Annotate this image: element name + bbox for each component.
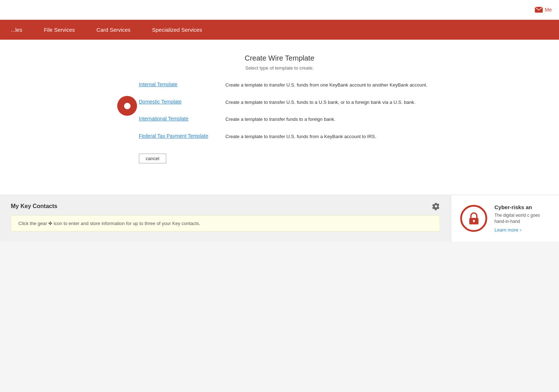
- nav-item-card-services[interactable]: Card Services: [86, 20, 141, 40]
- gear-icon[interactable]: [432, 202, 440, 210]
- international-template-link[interactable]: International Template: [139, 116, 218, 122]
- internal-template-link[interactable]: Internal Template: [139, 82, 218, 87]
- nav-item-file-services[interactable]: File Services: [33, 20, 86, 40]
- mail-label: Me: [545, 7, 552, 13]
- nav-item-specialized-services[interactable]: Specialized Services: [141, 20, 213, 40]
- template-row-internal: Internal Template Create a template to t…: [139, 82, 442, 89]
- nav-item-les[interactable]: ...les: [0, 20, 33, 40]
- cyber-title: Cyber-risks an: [494, 204, 550, 210]
- template-row-domestic: Domestic Template Create a template to t…: [139, 99, 442, 106]
- learn-more-link[interactable]: Learn more ›: [494, 227, 550, 233]
- domestic-template-link[interactable]: Domestic Template: [139, 99, 218, 105]
- radio-indicator: [117, 96, 137, 116]
- cancel-button[interactable]: cancel: [139, 154, 166, 163]
- federal-tax-template-desc: Create a template to transfer U.S. funds…: [225, 133, 376, 140]
- federal-tax-template-link[interactable]: Federal Tax Payment Template: [139, 133, 218, 139]
- content-area: Internal Template Create a template to t…: [117, 82, 442, 163]
- contacts-section: My Key Contacts Click the gear ✤ icon to…: [0, 195, 451, 242]
- template-row-international: International Template Create a template…: [139, 116, 442, 123]
- mail-icon: [535, 7, 543, 13]
- domestic-template-desc: Create a template to transfer U.S. funds…: [225, 99, 415, 106]
- internal-template-desc: Create a template to transfer U.S. funds…: [225, 82, 427, 89]
- top-bar: Me: [0, 0, 559, 20]
- lock-icon-container: [460, 205, 487, 232]
- template-list: Internal Template Create a template to t…: [139, 82, 442, 163]
- radio-inner: [124, 103, 131, 109]
- nav-bar: ...les File Services Card Services Speci…: [0, 20, 559, 40]
- main-content: Create Wire Template Select type of temp…: [0, 40, 559, 195]
- cyber-desc: The digital world c goes hand-in-hand: [494, 212, 550, 225]
- footer-area: My Key Contacts Click the gear ✤ icon to…: [0, 195, 559, 242]
- contacts-info-text: Click the gear ✤ icon to enter and store…: [18, 221, 201, 226]
- contacts-header: My Key Contacts: [11, 202, 440, 210]
- contacts-title: My Key Contacts: [11, 203, 57, 210]
- chevron-right-icon: ›: [520, 227, 521, 233]
- lock-icon: [467, 211, 480, 226]
- mail-area[interactable]: Me: [535, 7, 552, 13]
- cyber-text: Cyber-risks an The digital world c goes …: [494, 204, 550, 233]
- template-row-federal-tax: Federal Tax Payment Template Create a te…: [139, 133, 442, 140]
- page-subtitle: Select type of template to create.: [245, 65, 314, 71]
- page-title: Create Wire Template: [245, 54, 314, 62]
- contacts-info-box: Click the gear ✤ icon to enter and store…: [11, 215, 440, 232]
- lock-circle: [460, 205, 487, 232]
- cyber-section: Cyber-risks an The digital world c goes …: [451, 195, 559, 242]
- international-template-desc: Create a template to transfer funds to a…: [225, 116, 335, 123]
- svg-rect-3: [473, 221, 474, 223]
